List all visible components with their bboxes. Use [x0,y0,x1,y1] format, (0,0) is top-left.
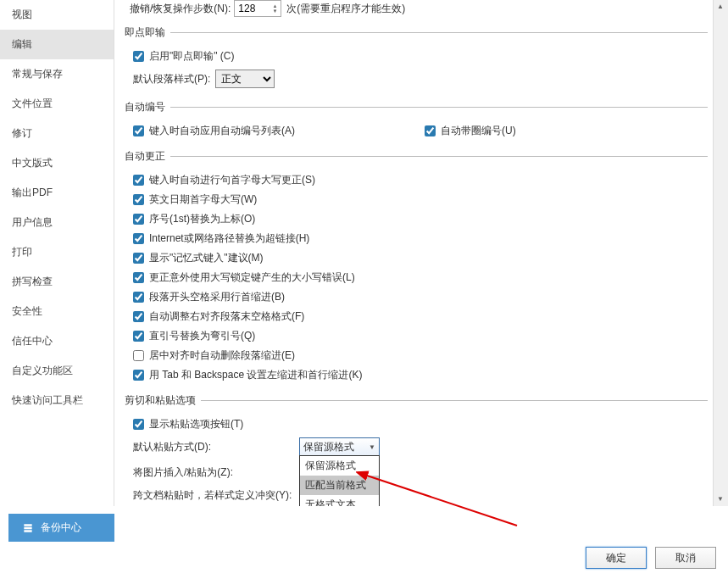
default-paste-value: 保留源格式 [303,440,354,454]
ac-hyperlink-checkbox[interactable] [133,233,144,244]
ac-date-cap-label: 英文日期首字母大写(W) [149,192,257,207]
sidebar: 视图 编辑 常规与保存 文件位置 修订 中文版式 输出PDF 用户信息 打印 拼… [0,0,114,506]
group-cut-paste-title: 剪切和粘贴选项 [125,393,196,408]
sidebar-item-revision[interactable]: 修订 [0,119,114,148]
sidebar-item-user-info[interactable]: 用户信息 [0,208,114,237]
auto-circle-number-checkbox[interactable] [425,125,436,136]
ac-ordinal-label: 序号(1st)替换为上标(O) [149,212,255,226]
undo-steps-suffix: 次(需要重启程序才能生效) [286,2,405,16]
ac-center-indent-label: 居中对齐时自动删除段落缩进(E) [149,348,295,363]
auto-number-list-label: 键入时自动应用自动编号列表(A) [149,124,295,138]
backup-center-label: 备份中心 [41,521,81,535]
sidebar-item-general-save[interactable]: 常规与保存 [0,59,114,89]
sidebar-item-security[interactable]: 安全性 [0,297,114,326]
undo-steps-label: 撤销/恢复操作步数(N): [130,2,231,16]
ac-tab-indent-checkbox[interactable] [133,370,144,381]
chevron-down-icon: ▼ [369,443,375,451]
ac-autocomplete-label: 显示"记忆式键入"建议(M) [149,251,264,265]
auto-circle-number-label: 自动带圈编号(U) [441,124,516,138]
enable-click-type-checkbox[interactable] [133,51,144,62]
sidebar-item-customize-ribbon[interactable]: 自定义功能区 [0,356,114,386]
sidebar-item-chinese-layout[interactable]: 中文版式 [0,148,114,178]
group-auto-number-title: 自动编号 [125,100,165,114]
sidebar-item-edit[interactable]: 编辑 [0,30,114,59]
ac-smart-quotes-label: 直引号替换为弯引号(Q) [149,329,255,343]
paste-option-match-format[interactable]: 匹配当前格式 [300,476,379,495]
default-para-style-select[interactable]: 正文 [215,70,275,88]
ac-smart-quotes-checkbox[interactable] [133,331,144,342]
default-para-style-label: 默认段落样式(P): [133,72,210,86]
undo-steps-spinner[interactable]: ▲▼ [234,0,281,17]
cancel-button[interactable]: 取消 [655,547,716,569]
show-paste-options-checkbox[interactable] [133,419,144,430]
sidebar-item-spellcheck[interactable]: 拼写检查 [0,267,114,297]
sidebar-item-quick-access[interactable]: 快速访问工具栏 [0,386,114,415]
ac-tab-indent-label: 用 Tab 和 Backspace 设置左缩进和首行缩进(K) [149,368,362,382]
ac-right-align-checkbox[interactable] [133,311,144,322]
backup-center-button[interactable]: 备份中心 [8,514,114,542]
show-paste-options-label: 显示粘贴选项按钮(T) [149,417,243,431]
enable-click-type-label: 启用"即点即输" (C) [149,49,235,64]
paste-option-keep-source[interactable]: 保留源格式 [300,456,379,476]
sidebar-item-file-location[interactable]: 文件位置 [0,89,114,119]
ac-indent-space-label: 段落开头空格采用行首缩进(B) [149,290,285,304]
ac-capslock-label: 更正意外使用大写锁定键产生的大小写错误(L) [149,270,355,285]
undo-steps-input[interactable] [238,3,264,14]
scroll-up-arrow-icon[interactable]: ▲ [714,0,726,14]
ac-sentence-cap-checkbox[interactable] [133,175,144,186]
default-paste-label: 默认粘贴方式(D): [133,440,294,454]
group-click-type-title: 即点即输 [125,25,165,40]
sidebar-item-print[interactable]: 打印 [0,237,114,267]
ac-sentence-cap-label: 键入时自动进行句首字母大写更正(S) [149,173,315,187]
content-panel: ▲ ▼ 撤销/恢复操作步数(N): ▲▼ 次(需要重启程序才能生效) 即点即输 … [114,0,728,506]
ac-capslock-checkbox[interactable] [133,272,144,283]
ac-autocomplete-checkbox[interactable] [133,253,144,264]
ok-button[interactable]: 确定 [586,547,647,569]
paste-option-plain-text[interactable]: 无格式文本 [300,495,379,506]
group-auto-correct-title: 自动更正 [125,149,165,164]
ac-ordinal-checkbox[interactable] [133,214,144,225]
default-paste-select[interactable]: 保留源格式 ▼ [299,437,380,456]
auto-number-list-checkbox[interactable] [133,125,144,136]
insert-image-as-label: 将图片插入/粘贴为(Z): [133,465,294,480]
sidebar-item-output-pdf[interactable]: 输出PDF [0,178,114,208]
sidebar-item-view[interactable]: 视图 [0,0,114,30]
default-paste-dropdown: 保留源格式 匹配当前格式 无格式文本 [299,455,380,506]
ac-date-cap-checkbox[interactable] [133,194,144,205]
scrollbar[interactable]: ▲ ▼ [713,0,728,506]
ac-right-align-label: 自动调整右对齐段落末空格格式(F) [149,309,304,324]
ac-indent-space-checkbox[interactable] [133,292,144,303]
ac-center-indent-checkbox[interactable] [133,350,144,361]
ac-hyperlink-label: Internet或网络路径替换为超链接(H) [149,231,309,246]
cross-doc-paste-label: 跨文档粘贴时，若样式定义冲突(Y): [133,488,292,503]
backup-icon [22,522,34,534]
spinner-down-icon[interactable]: ▼ [272,8,277,14]
sidebar-item-trust-center[interactable]: 信任中心 [0,326,114,356]
scroll-down-arrow-icon[interactable]: ▼ [714,493,726,506]
